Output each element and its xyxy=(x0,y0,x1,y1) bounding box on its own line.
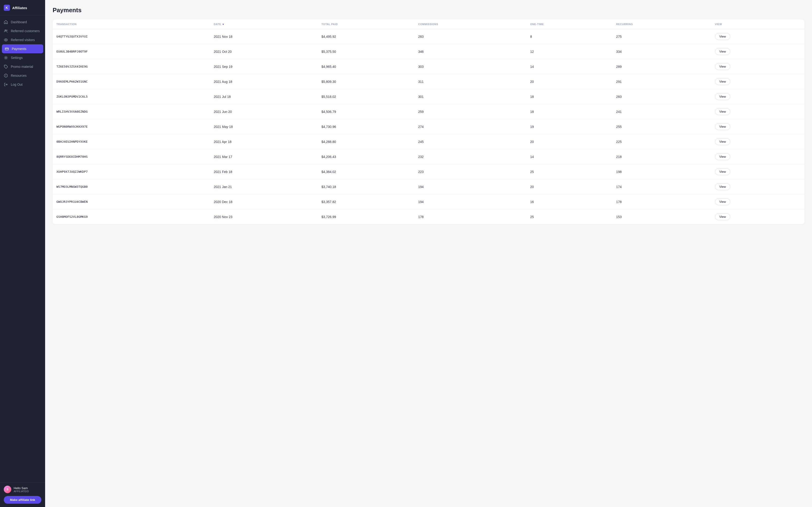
view-button[interactable]: View xyxy=(715,183,730,190)
sidebar-item-payments[interactable]: Payments xyxy=(2,44,43,53)
cell-total-paid: $5,518.02 xyxy=(318,89,414,104)
cell-transaction: WS7MO3LMNGW3TQGB0 xyxy=(53,179,210,194)
cell-date: 2021 Mar 17 xyxy=(210,149,318,164)
sidebar-item-label: Log Out xyxy=(11,82,22,87)
svg-point-1 xyxy=(6,30,7,31)
sort-arrow-icon: ▼ xyxy=(222,23,224,25)
cell-recurring: 198 xyxy=(612,164,711,179)
view-button[interactable]: View xyxy=(715,168,730,175)
table-row: TZ6E50VJZSX4IKE9G 2021 Sep 19 $4,965.40 … xyxy=(53,59,805,74)
sidebar-item-referred-visitors[interactable]: Referred visitors xyxy=(0,36,45,44)
sidebar-header: K Affiliates xyxy=(0,0,45,15)
cell-date: 2021 Sep 19 xyxy=(210,59,318,74)
cell-commissions: 274 xyxy=(414,119,526,134)
cell-recurring: 334 xyxy=(612,44,711,59)
cell-one-time: 20 xyxy=(526,179,612,194)
cell-one-time: 19 xyxy=(526,119,612,134)
table-row: GWOJR3YPR1U4CBWEN 2020 Dec 18 $3,357.82 … xyxy=(53,194,805,209)
cell-one-time: 8 xyxy=(526,29,612,44)
sidebar-item-dashboard[interactable]: Dashboard xyxy=(0,17,45,26)
view-button[interactable]: View xyxy=(715,123,730,130)
sidebar-item-logout[interactable]: Log Out xyxy=(0,80,45,89)
cell-transaction: ZUKLON3PUMDV2C6L5 xyxy=(53,89,210,104)
svg-point-0 xyxy=(5,30,6,31)
cell-recurring: 255 xyxy=(612,119,711,134)
main-content: Payments TRANSACTION DATE ▼ TOTAL PAID xyxy=(45,0,812,507)
view-button[interactable]: View xyxy=(715,213,730,220)
cell-total-paid: $4,288.80 xyxy=(318,134,414,149)
sidebar-footer: S Hello Sam AFFILIATEID Make affiliate l… xyxy=(0,482,45,507)
view-button[interactable]: View xyxy=(715,93,730,100)
cell-commissions: 346 xyxy=(414,44,526,59)
cell-transaction: WGPON0RWX9JKKX97E xyxy=(53,119,210,134)
payments-icon xyxy=(5,47,9,51)
view-button[interactable]: View xyxy=(715,33,730,40)
cell-view: View xyxy=(711,59,805,74)
view-button[interactable]: View xyxy=(715,108,730,115)
cell-view: View xyxy=(711,179,805,194)
view-button[interactable]: View xyxy=(715,78,730,85)
th-date[interactable]: DATE ▼ xyxy=(210,19,318,29)
svg-point-8 xyxy=(6,76,6,77)
cell-view: View xyxy=(711,89,805,104)
view-button[interactable]: View xyxy=(715,199,730,205)
cell-view: View xyxy=(711,74,805,89)
gear-icon xyxy=(4,56,8,60)
cell-recurring: 178 xyxy=(612,194,711,209)
cell-date: 2021 Oct 20 xyxy=(210,44,318,59)
payments-table-container: TRANSACTION DATE ▼ TOTAL PAID COMMISSION… xyxy=(53,19,805,224)
cell-date: 2021 Nov 18 xyxy=(210,29,318,44)
cell-view: View xyxy=(711,29,805,44)
cell-total-paid: $3,357.82 xyxy=(318,194,414,209)
cell-commissions: 259 xyxy=(414,104,526,119)
cell-view: View xyxy=(711,104,805,119)
user-id: AFFILIATEID xyxy=(14,490,29,493)
sidebar-item-label: Referred visitors xyxy=(11,38,35,42)
cell-transaction: D96OEMLPHA2W31GNC xyxy=(53,74,210,89)
th-one-time: ONE-TIME xyxy=(526,19,612,29)
cell-date: 2021 Feb 18 xyxy=(210,164,318,179)
cell-view: View xyxy=(711,134,805,149)
cell-one-time: 25 xyxy=(526,164,612,179)
sidebar-item-settings[interactable]: Settings xyxy=(0,53,45,62)
table-header: TRANSACTION DATE ▼ TOTAL PAID COMMISSION… xyxy=(53,19,805,29)
cell-commissions: 245 xyxy=(414,134,526,149)
view-button[interactable]: View xyxy=(715,138,730,145)
table-row: D96OEMLPHA2W31GNC 2021 Aug 18 $5,809.30 … xyxy=(53,74,805,89)
sidebar-item-promo-material[interactable]: Promo material xyxy=(0,62,45,71)
cell-one-time: 20 xyxy=(526,134,612,149)
user-name: Hello Sam xyxy=(14,486,29,490)
table-row: 0BHJ4EU2HNPDYXVKE 2021 Apr 18 $4,288.80 … xyxy=(53,134,805,149)
cell-transaction: 8QRRYSDE8IDHM70HS xyxy=(53,149,210,164)
view-button[interactable]: View xyxy=(715,48,730,55)
page-title: Payments xyxy=(53,7,805,14)
cell-total-paid: $5,375.50 xyxy=(318,44,414,59)
sidebar-item-label: Payments xyxy=(12,47,26,51)
cell-commissions: 194 xyxy=(414,194,526,209)
cell-date: 2021 Aug 18 xyxy=(210,74,318,89)
view-button[interactable]: View xyxy=(715,153,730,160)
cell-total-paid: $4,506.79 xyxy=(318,104,414,119)
payments-table: TRANSACTION DATE ▼ TOTAL PAID COMMISSION… xyxy=(53,19,805,224)
view-button[interactable]: View xyxy=(715,63,730,70)
cell-date: 2021 Jul 18 xyxy=(210,89,318,104)
cell-one-time: 18 xyxy=(526,89,612,104)
cell-one-time: 16 xyxy=(526,194,612,209)
cell-transaction: 0BHJ4EU2HNPDYXVKE xyxy=(53,134,210,149)
cell-commissions: 178 xyxy=(414,209,526,224)
cell-date: 2021 Apr 18 xyxy=(210,134,318,149)
user-info: S Hello Sam AFFILIATEID xyxy=(4,486,41,493)
cell-transaction: XUHP9X7JUQZJWKDP7 xyxy=(53,164,210,179)
svg-point-3 xyxy=(5,40,6,40)
user-details: Hello Sam AFFILIATEID xyxy=(14,486,29,493)
cell-commissions: 301 xyxy=(414,89,526,104)
make-affiliate-link-button[interactable]: Make affiliate link xyxy=(4,496,41,504)
table-row: U4QTTYUJQUTX3VYUI 2021 Nov 18 $4,495.92 … xyxy=(53,29,805,44)
th-commissions: COMMISSIONS xyxy=(414,19,526,29)
sidebar-item-referred-customers[interactable]: Referred customers xyxy=(0,26,45,36)
cell-commissions: 303 xyxy=(414,59,526,74)
table-row: ZUKLON3PUMDV2C6L5 2021 Jul 18 $5,518.02 … xyxy=(53,89,805,104)
sidebar-item-resources[interactable]: Resources xyxy=(0,71,45,80)
cell-recurring: 218 xyxy=(612,149,711,164)
cell-recurring: 283 xyxy=(612,89,711,104)
